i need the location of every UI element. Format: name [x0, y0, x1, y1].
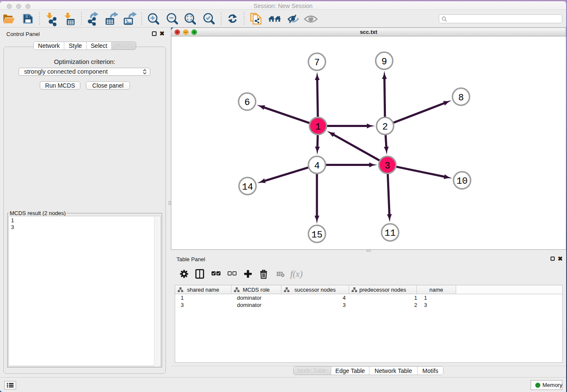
svg-text:9: 9 — [381, 57, 387, 67]
svg-text:7: 7 — [314, 58, 319, 68]
svg-text:15: 15 — [311, 230, 322, 240]
svg-text:10: 10 — [457, 176, 468, 187]
svg-text:1: 1 — [315, 122, 321, 133]
svg-text:f(x): f(x) — [290, 269, 303, 279]
svg-text:2: 2 — [382, 122, 388, 133]
svg-text:14: 14 — [242, 182, 253, 193]
svg-text:4: 4 — [314, 161, 319, 171]
svg-text:11: 11 — [385, 228, 396, 239]
svg-text:3: 3 — [385, 161, 390, 171]
svg-text:6: 6 — [244, 97, 250, 108]
svg-text:8: 8 — [458, 93, 464, 103]
